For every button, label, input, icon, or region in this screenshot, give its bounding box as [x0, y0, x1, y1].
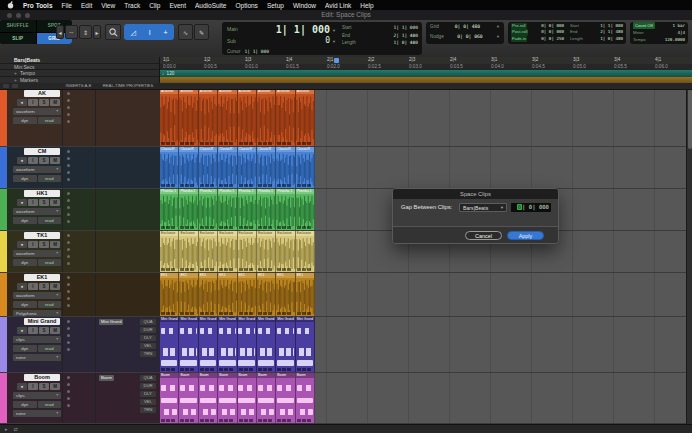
- insert-slot[interactable]: [67, 150, 70, 153]
- insert-slot[interactable]: [67, 171, 70, 174]
- insert-slot[interactable]: [67, 376, 70, 379]
- clip-boom-1[interactable]: Boom: [160, 373, 179, 423]
- track-color-strip[interactable]: [0, 273, 7, 316]
- track-color-strip[interactable]: [0, 373, 7, 423]
- horizontal-zoom-icon[interactable]: ⇔: [65, 25, 78, 39]
- post-roll-label[interactable]: Post-roll: [511, 29, 528, 35]
- edit-window-view-icon[interactable]: [12, 84, 18, 88]
- real-time-properties-column[interactable]: [95, 189, 160, 230]
- track-lane-ak[interactable]: AcousticAcousticAcousticAcousticAcoustic…: [160, 89, 692, 146]
- expand-tracks-icon[interactable]: ▸: [5, 426, 8, 432]
- selection-start-value[interactable]: 1| 1| 000: [394, 24, 418, 32]
- track-color-strip[interactable]: [0, 89, 7, 146]
- clip-hk1-5[interactable]: Phonika 1: [238, 189, 257, 230]
- clip-ak-2[interactable]: Acoustic: [179, 89, 198, 146]
- clip-mini-grand-6[interactable]: Mini Grand: [257, 317, 276, 372]
- clip-boom-8[interactable]: Boom: [296, 373, 315, 423]
- clip-tk1-2[interactable]: Exclusive: [179, 231, 198, 272]
- scroll-options-icon[interactable]: ⇄: [14, 426, 18, 432]
- track-color-strip[interactable]: [0, 231, 7, 272]
- real-time-properties-column[interactable]: Mini GrandQUADURDLYVELTRN: [95, 317, 160, 372]
- clip-ek1-7[interactable]: EK1: [276, 273, 295, 316]
- clip-mini-grand-1[interactable]: Mini Grand: [160, 317, 179, 372]
- clip-mini-grand-7[interactable]: Mini Grand: [276, 317, 295, 372]
- inserts-column[interactable]: [62, 231, 95, 272]
- insert-slot[interactable]: [67, 92, 70, 95]
- grid-menu-icon[interactable]: ▼: [496, 22, 500, 32]
- insert-slot[interactable]: [67, 290, 70, 293]
- selector-tool-button[interactable]: I: [149, 29, 151, 36]
- clip-tk1-4[interactable]: Exclusive: [218, 231, 237, 272]
- automation-mode-selector[interactable]: read: [38, 175, 62, 182]
- selection-length-value[interactable]: 1| 0| 480: [394, 39, 418, 47]
- clip-boom-7[interactable]: Boom: [276, 373, 295, 423]
- inserts-column[interactable]: [62, 273, 95, 316]
- solo-button[interactable]: S: [39, 327, 49, 334]
- menu-item-setup[interactable]: Setup: [267, 2, 284, 9]
- rtp-qua-button[interactable]: QUA: [140, 375, 156, 381]
- insert-slot[interactable]: [67, 178, 70, 181]
- grid-value[interactable]: 0| 0| 480: [455, 22, 480, 32]
- elastic-audio-button[interactable]: dyn: [13, 117, 37, 124]
- count-off-toggle[interactable]: Count Off: [633, 22, 655, 29]
- track-name-tk1[interactable]: TK1: [24, 232, 60, 239]
- input-monitor-button[interactable]: I: [28, 199, 38, 206]
- clip-ek1-4[interactable]: EK1: [218, 273, 237, 316]
- clip-ek1-5[interactable]: EK1: [238, 273, 257, 316]
- menu-item-file[interactable]: File: [62, 2, 72, 9]
- gap-units-dropdown[interactable]: ▼Bars|Beats: [459, 203, 507, 212]
- track-view-selector[interactable]: ▼clips: [13, 336, 61, 343]
- mute-button[interactable]: M: [50, 157, 60, 164]
- track-list-icon[interactable]: [3, 84, 9, 88]
- tempo-value[interactable]: 120.0000: [665, 36, 685, 43]
- input-monitor-button[interactable]: I: [28, 157, 38, 164]
- rtp-dur-button[interactable]: DUR: [140, 327, 156, 333]
- insert-slot[interactable]: [67, 283, 70, 286]
- zoom-in-arrow-button[interactable]: ▸: [93, 25, 101, 39]
- trim-tool-button[interactable]: ◿: [130, 29, 135, 36]
- record-enable-button[interactable]: ●: [17, 383, 27, 390]
- insert-slot[interactable]: [67, 297, 70, 300]
- cancel-button[interactable]: Cancel: [465, 231, 502, 240]
- insert-slot[interactable]: [67, 262, 70, 265]
- inserts-column[interactable]: [62, 189, 95, 230]
- insert-slot[interactable]: [67, 220, 70, 223]
- insert-slot[interactable]: [67, 390, 70, 393]
- clip-ak-7[interactable]: Acoustic: [276, 89, 295, 146]
- track-lane-boom[interactable]: BoomBoomBoomBoomBoomBoomBoomBoom: [160, 373, 692, 423]
- clip-mini-grand-5[interactable]: Mini Grand: [238, 317, 257, 372]
- clip-cm-4[interactable]: ClassicR: [218, 147, 237, 188]
- rtp-vel-button[interactable]: VEL: [140, 343, 156, 349]
- edit-cursor-marker[interactable]: [334, 58, 339, 63]
- track-color-strip[interactable]: [0, 147, 7, 188]
- clip-hk1-6[interactable]: Phonika 1: [257, 189, 276, 230]
- menu-item-pro-tools[interactable]: Pro Tools: [23, 2, 53, 9]
- inserts-column[interactable]: [62, 147, 95, 188]
- record-enable-button[interactable]: ●: [17, 157, 27, 164]
- mute-button[interactable]: M: [50, 199, 60, 206]
- insert-slot[interactable]: [67, 234, 70, 237]
- clip-boom-3[interactable]: Boom: [199, 373, 218, 423]
- clip-cm-2[interactable]: ClassicR: [179, 147, 198, 188]
- inserts-column[interactable]: [62, 89, 95, 146]
- menu-item-track[interactable]: Track: [124, 2, 140, 9]
- track-name-hk1[interactable]: HK1: [24, 190, 60, 197]
- solo-button[interactable]: S: [39, 199, 49, 206]
- insert-slot[interactable]: [67, 248, 70, 251]
- clip-hk1-8[interactable]: Phonika 1: [296, 189, 315, 230]
- record-enable-button[interactable]: ●: [17, 327, 27, 334]
- rtp-dur-button[interactable]: DUR: [140, 383, 156, 389]
- clip-cm-1[interactable]: ClassicR: [160, 147, 179, 188]
- track-view-selector[interactable]: ▼clips: [13, 392, 61, 399]
- automation-mode-selector[interactable]: read: [38, 259, 62, 266]
- insert-slot[interactable]: [67, 327, 70, 330]
- clip-hk1-4[interactable]: Phonika 1: [218, 189, 237, 230]
- clip-mini-grand-3[interactable]: Mini Grand: [199, 317, 218, 372]
- clip-tk1-7[interactable]: Exclusive: [276, 231, 295, 272]
- clip-hk1-2[interactable]: Phonika 1: [179, 189, 198, 230]
- elastic-audio-button[interactable]: dyn: [13, 401, 37, 408]
- mute-button[interactable]: M: [50, 241, 60, 248]
- elastic-audio-button[interactable]: dyn: [13, 175, 37, 182]
- menu-item-view[interactable]: View: [101, 2, 115, 9]
- pencil-tool-button[interactable]: ✎: [194, 24, 209, 40]
